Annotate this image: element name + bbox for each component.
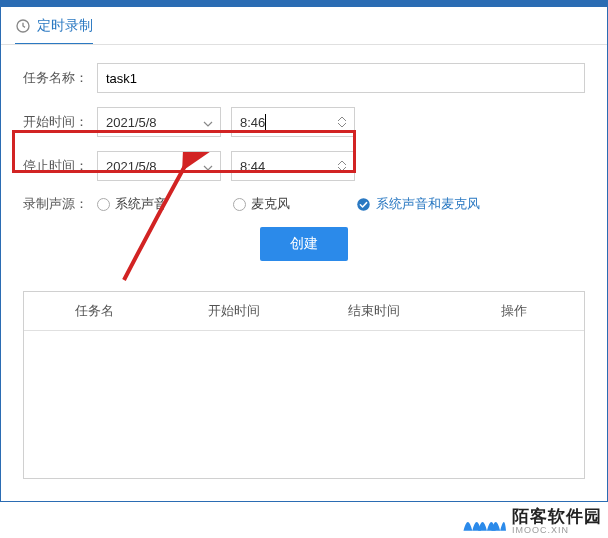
audio-source-label: 录制声源： xyxy=(23,195,97,213)
radio-system-audio[interactable]: 系统声音 xyxy=(97,195,167,213)
col-start-time: 开始时间 xyxy=(164,302,304,320)
check-circle-icon xyxy=(356,197,371,212)
col-task-name: 任务名 xyxy=(24,302,164,320)
audio-source-group: 系统声音 麦克风 系统声音和麦克风 xyxy=(97,195,585,213)
task-name-label: 任务名称： xyxy=(23,69,97,87)
task-table: 任务名 开始时间 结束时间 操作 xyxy=(23,291,585,479)
radio-microphone[interactable]: 麦克风 xyxy=(233,195,290,213)
start-time-label: 开始时间： xyxy=(23,113,97,131)
start-time-input[interactable]: 8:46 xyxy=(231,107,355,137)
row-task-name: 任务名称： xyxy=(23,63,585,93)
radio-system-label: 系统声音 xyxy=(115,195,167,213)
clock-icon xyxy=(15,18,31,34)
svg-point-1 xyxy=(357,198,370,211)
start-date-input[interactable]: 2021/5/8 xyxy=(97,107,221,137)
text-cursor xyxy=(265,114,266,130)
dialog-window: 定时录制 任务名称： 开始时间： 2021/5/8 8:46 xyxy=(0,0,608,502)
row-audio-source: 录制声源： 系统声音 麦克风 系统声音和麦克风 xyxy=(23,195,585,213)
radio-icon xyxy=(97,198,110,211)
col-action: 操作 xyxy=(444,302,584,320)
watermark-en: IMOOC.XIN xyxy=(512,526,602,535)
form-area: 任务名称： 开始时间： 2021/5/8 8:46 xyxy=(1,45,607,291)
radio-icon xyxy=(233,198,246,211)
start-date-value: 2021/5/8 xyxy=(106,115,157,130)
task-name-input[interactable] xyxy=(97,63,585,93)
start-time-value: 8:46 xyxy=(240,115,265,130)
radio-mic-label: 麦克风 xyxy=(251,195,290,213)
stop-date-input[interactable]: 2021/5/8 xyxy=(97,151,221,181)
dialog-header: 定时录制 xyxy=(1,7,607,43)
dialog-title: 定时录制 xyxy=(37,17,93,35)
table-header-row: 任务名 开始时间 结束时间 操作 xyxy=(24,292,584,331)
stop-time-label: 停止时间： xyxy=(23,157,97,175)
col-end-time: 结束时间 xyxy=(304,302,444,320)
stop-time-value: 8:44 xyxy=(240,159,265,174)
watermark-logo-icon xyxy=(462,508,506,536)
row-create-button: 创建 xyxy=(23,227,585,261)
watermark-text: 陌客软件园 IMOOC.XIN xyxy=(512,508,602,535)
watermark: 陌客软件园 IMOOC.XIN xyxy=(462,508,602,536)
watermark-cn: 陌客软件园 xyxy=(512,508,602,526)
stop-date-value: 2021/5/8 xyxy=(106,159,157,174)
create-button[interactable]: 创建 xyxy=(260,227,348,261)
row-stop-time: 停止时间： 2021/5/8 8:44 xyxy=(23,151,585,181)
row-start-time: 开始时间： 2021/5/8 8:46 xyxy=(23,107,585,137)
radio-both-audio[interactable]: 系统声音和麦克风 xyxy=(356,195,480,213)
radio-both-label: 系统声音和麦克风 xyxy=(376,195,480,213)
stop-time-input[interactable]: 8:44 xyxy=(231,151,355,181)
